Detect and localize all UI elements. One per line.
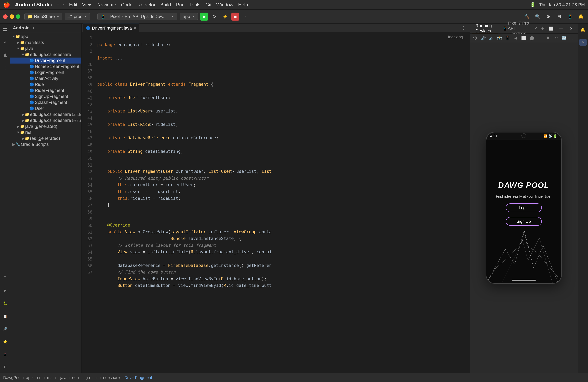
device-manager-icon[interactable]: 📱 [566,13,574,20]
sidebar-icon-run2[interactable]: ▶ [1,287,9,294]
run-button[interactable]: ▶ [200,13,208,20]
tab-driver-fragment[interactable]: 🔵 DriverFragment.java ✕ [83,24,139,32]
tree-item-res[interactable]: ▼ 📁 res [10,130,81,135]
tree-item-driver-fragment[interactable]: 🔵 DriverFragment [10,57,81,63]
tab-pixel7-sandbox[interactable]: 📱 Pixel 7 Pro API ...andbox ✕ [499,24,540,33]
power-icon[interactable]: ⏻ [472,35,478,41]
maximize-button[interactable] [16,14,21,19]
menu-refactor[interactable]: Refactor [137,2,155,8]
breadcrumb-edu[interactable]: edu [72,375,79,380]
editor-content[interactable]: 1 2 3 36 37 38 39 40 41 42 43 44 45 46 4… [82,32,470,373]
tree-item-loginfragment[interactable]: 🔵 LoginFragment [10,70,81,76]
minimize-panel-icon[interactable]: — [557,25,565,33]
sidebar-icon-debug2[interactable]: 🐛 [1,300,9,307]
home-device-icon[interactable]: ⬜ [521,35,526,41]
settings-icon[interactable]: ⚙ [545,13,552,20]
tree-item-splashfragment[interactable]: 🔵 SplashFragment [10,99,81,105]
audio-icon[interactable]: 🔈 [488,35,494,41]
breadcrumb-uga[interactable]: uga [84,375,90,380]
tree-item-ride[interactable]: 🔵 Ride [10,81,81,88]
tree-item-pkg-main[interactable]: ▼ 📁 edu.uga.cs.rideshare [10,52,81,57]
close-button[interactable] [3,14,8,19]
camera-icon[interactable]: 📸 [496,35,503,41]
profile-button[interactable]: ⚡ [221,13,229,20]
tree-item-manifests[interactable]: ▶ 📁 manifests [10,39,81,46]
menu-code[interactable]: Code [121,2,132,8]
tree-item-riderfragment[interactable]: 🔵 RiderFragment [10,88,81,94]
app-module-selector[interactable]: app ▼ [180,13,198,20]
breadcrumb-cs[interactable]: cs [95,375,99,380]
menu-git[interactable]: Git [205,2,211,8]
sidebar-icon-project[interactable] [1,26,9,33]
project-selector[interactable]: 📁 RideShare ▼ [24,13,62,20]
apple-icon[interactable]: 🍎 [3,1,10,8]
tree-item-java[interactable]: ▼ 📁 java [10,46,81,52]
tree-item-java-gen[interactable]: ▶ 📁 java (generated) [10,123,81,130]
tree-item-pkg-test[interactable]: ▶ 📁 edu.uga.cs.rideshare (test) [10,117,81,123]
tree-item-res-gen[interactable]: ▶ 📁 res (generated) [10,135,81,141]
device-more-icon[interactable]: ⋮ [569,35,575,41]
sidebar-icon-build2[interactable]: 🏗 [1,364,9,371]
login-button[interactable]: Login [506,203,542,212]
refresh-run-button[interactable]: ⟳ [210,13,219,20]
rotate-icon[interactable]: 📱 [504,35,511,41]
tab-more-button[interactable]: ⋮ [459,25,468,31]
build-icon[interactable]: 🔨 [523,13,531,20]
tree-item-homescreenfragment[interactable]: 🔵 HomeScreenFragment [10,63,81,70]
breadcrumb-java[interactable]: java [60,375,68,380]
menu-tools[interactable]: Tools [189,2,201,8]
sidebar-icon-terminal[interactable]: T [1,274,9,281]
menu-run[interactable]: Run [176,2,185,8]
tree-item-pkg-androidt[interactable]: ▶ 📁 edu.uga.cs.rideshare (androidT [10,112,81,117]
breadcrumb-driverfragment[interactable]: DriverFragment [124,375,152,380]
search-icon[interactable]: 🔍 [534,13,542,20]
volume-icon[interactable]: 🔊 [480,35,486,41]
tab-close-button[interactable]: ✕ [133,26,136,30]
breadcrumb-main[interactable]: main [47,375,56,380]
sidebar-icon-commit[interactable] [1,39,9,46]
sidebar-icon-find[interactable]: 🔎 [1,325,9,332]
pixel7-tab-close[interactable]: ✕ [534,26,537,31]
menu-edit[interactable]: Edit [69,2,77,8]
recent-icon[interactable]: ⬤ [529,35,535,41]
sidebar-icon-star[interactable]: ⭐ [1,338,9,345]
menu-build[interactable]: Build [160,2,171,8]
toolbar-more-button[interactable]: ⋮ [242,13,250,20]
menu-window[interactable]: Window [216,2,233,8]
tree-item-signupfragment[interactable]: 🔵 SignUpFragment [10,94,81,99]
breadcrumb-dawgpool[interactable]: DawgPool [3,375,21,380]
sidebar-icon-logcat[interactable]: 📋 [1,312,9,320]
menu-view[interactable]: View [82,2,93,8]
sidebar-icon-device[interactable]: 📱 [1,351,9,358]
layout-icon[interactable]: ⊞ [555,13,563,20]
breadcrumb-rideshare[interactable]: rideshare [103,375,120,380]
refresh-icon[interactable]: 🔄 [561,35,567,41]
right-icon-assistant[interactable]: A [579,39,587,46]
tree-item-user[interactable]: 🔵 User [10,105,81,112]
tree-item-app[interactable]: ▼ 📁 app [10,34,81,39]
signup-button[interactable]: Sign Up [506,217,542,226]
record-icon[interactable]: ⏺ [545,35,551,41]
screenshot-icon[interactable]: □ [537,35,543,41]
add-device-tab-button[interactable]: + [541,26,544,31]
menu-navigate[interactable]: Navigate [97,2,116,8]
menu-help[interactable]: Help [238,2,248,8]
breadcrumb-app[interactable]: app [26,375,33,380]
undo-icon[interactable]: ↩ [553,35,559,41]
sidebar-icon-people[interactable] [1,52,9,59]
sidebar-icon-more[interactable]: ⋮ [1,64,9,72]
tree-item-gradle[interactable]: ▶ 🔧 Gradle Scripts [10,141,81,148]
code-editor[interactable]: package edu.uga.cs.rideshare; import ...… [96,32,470,373]
device-selector[interactable]: 📱 Pixel 7 Pro API UpsideDow... ▼ [97,13,177,20]
build-variant-selector[interactable]: ⎇ prod ▼ [64,13,90,20]
minimize-button[interactable] [10,14,14,19]
notification-icon[interactable]: 🔔 [577,13,585,20]
tree-item-mainactivity[interactable]: 🔵 MainActivity [10,76,81,81]
menu-file[interactable]: File [57,2,64,8]
close-panel-icon[interactable]: ✕ [567,25,575,33]
right-icon-notifications[interactable]: 🔔 [579,26,587,33]
tab-running-devices[interactable]: Running Devices [472,24,498,33]
back-icon[interactable]: ◀ [513,35,519,41]
stop-button[interactable]: ■ [231,13,239,20]
expand-panel-icon[interactable]: ⬜ [547,25,555,33]
